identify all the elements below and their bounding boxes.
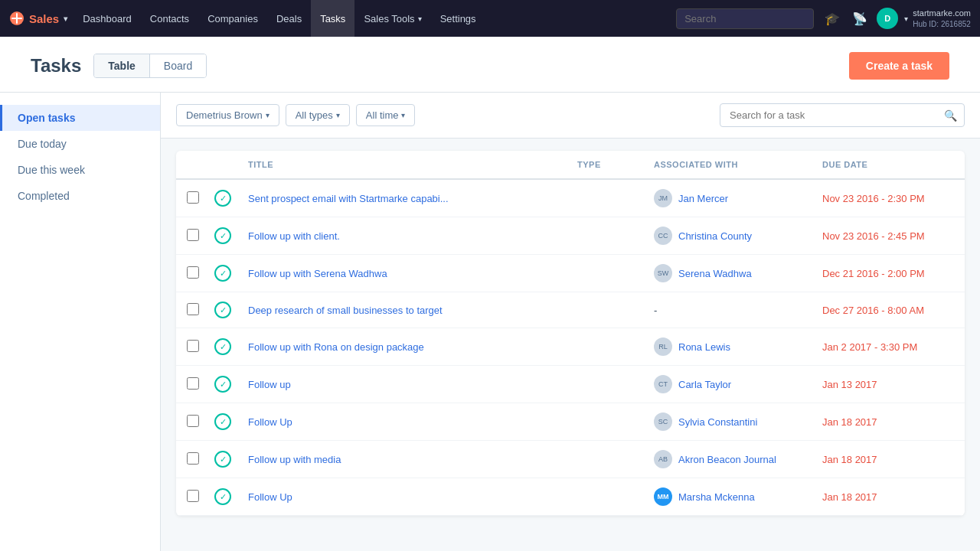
task-title-link[interactable]: Deep research of small businesses to tar… (248, 305, 443, 316)
task-status-icon[interactable]: ✓ (214, 451, 231, 468)
table-row: ✓Deep research of small businesses to ta… (176, 292, 965, 328)
tab-table[interactable]: Table (94, 54, 150, 77)
task-associated: SWSerena Wadhwa (643, 255, 812, 292)
avatar: CT (654, 375, 672, 393)
brand-logo[interactable]: Sales ▾ (9, 11, 67, 26)
task-checkbox[interactable] (187, 490, 199, 502)
profile-avatar-btn[interactable]: D (877, 8, 898, 29)
task-due-date: Nov 23 2016 - 2:30 PM (812, 179, 965, 217)
task-checkbox[interactable] (187, 303, 199, 315)
content-area: Demetrius Brown ▾ All types ▾ All time ▾… (161, 93, 980, 551)
search-task-input[interactable] (720, 103, 965, 127)
filter-type-button[interactable]: All types ▾ (286, 104, 350, 126)
top-nav: Sales ▾ Dashboard Contacts Companies Dea… (0, 0, 980, 37)
task-checkbox[interactable] (187, 191, 199, 204)
task-status-icon[interactable]: ✓ (214, 413, 231, 430)
associated-name-link[interactable]: Jan Mercer (678, 193, 728, 204)
notifications-icon[interactable]: 📡 (849, 8, 871, 29)
task-title-link[interactable]: Follow Up (248, 416, 292, 428)
task-status-icon[interactable]: ✓ (214, 302, 231, 318)
tasks-table: TITLE TYPE ASSOCIATED WITH DUE DATE ✓Sen… (176, 151, 965, 516)
task-status-icon[interactable]: ✓ (214, 265, 231, 282)
table-row: ✓Follow up with client.CCChristina Count… (176, 217, 965, 255)
sidebar-item-open-tasks[interactable]: Open tasks (0, 105, 160, 131)
task-type (567, 478, 643, 516)
sidebar-item-due-this-week[interactable]: Due this week (0, 157, 160, 183)
associated-name-link[interactable]: Marsha Mckenna (678, 491, 755, 503)
task-type (567, 179, 643, 217)
task-checkbox[interactable] (187, 377, 199, 390)
task-due-date: Jan 13 2017 (812, 366, 965, 403)
task-due-date: Dec 27 2016 - 8:00 AM (812, 292, 965, 328)
nav-profile-info[interactable]: startmarke.com Hub ID: 2616852 (913, 8, 971, 28)
task-checkbox[interactable] (187, 229, 199, 241)
task-status-icon[interactable]: ✓ (214, 227, 231, 244)
task-associated: MMMarsha Mckenna (643, 478, 812, 516)
avatar: CC (654, 227, 672, 245)
task-checkbox[interactable] (187, 266, 199, 279)
search-task-wrapper: 🔍 (720, 103, 965, 127)
table-row: ✓Follow up with Serena WadhwaSWSerena Wa… (176, 255, 965, 292)
nav-item-companies[interactable]: Companies (198, 0, 267, 37)
task-type (567, 292, 643, 328)
task-status-icon[interactable]: ✓ (214, 376, 231, 393)
nav-item-settings[interactable]: Settings (431, 0, 485, 37)
task-due-date: Jan 18 2017 (812, 403, 965, 441)
avatar: MM (654, 487, 672, 506)
task-checkbox[interactable] (187, 452, 199, 465)
tab-board[interactable]: Board (150, 54, 206, 77)
task-title-link[interactable]: Follow Up (248, 491, 292, 503)
associated-name-link[interactable]: Sylvia Constantini (678, 416, 757, 428)
col-title: TITLE (237, 151, 567, 179)
help-icon[interactable]: 🎓 (822, 8, 843, 29)
associated-name-link[interactable]: Carla Taylor (678, 379, 731, 390)
sidebar-item-due-today[interactable]: Due today (0, 131, 160, 157)
col-due-date: DUE DATE (812, 151, 965, 179)
create-task-button[interactable]: Create a task (849, 52, 949, 80)
avatar: SC (654, 412, 672, 431)
task-title-link[interactable]: Follow up with Rona on design package (248, 341, 424, 353)
associated-name-link[interactable]: Akron Beacon Journal (678, 454, 776, 465)
task-due-date: Jan 18 2017 (812, 441, 965, 478)
task-title-link[interactable]: Follow up with client. (248, 230, 340, 242)
task-type (567, 255, 643, 292)
avatar: JM (654, 189, 672, 207)
task-title-link[interactable]: Follow up (248, 379, 291, 390)
associated-name-link[interactable]: Serena Wadhwa (678, 268, 752, 279)
task-associated: SCSylvia Constantini (643, 403, 812, 441)
filter-time-button[interactable]: All time ▾ (356, 104, 416, 126)
main-body: Open tasks Due today Due this week Compl… (0, 93, 980, 551)
task-checkbox[interactable] (187, 415, 199, 427)
task-associated: RLRona Lewis (643, 328, 812, 366)
col-status (210, 151, 237, 179)
task-due-date: Jan 18 2017 (812, 478, 965, 516)
task-associated: CTCarla Taylor (643, 366, 812, 403)
avatar: AB (654, 450, 672, 468)
sidebar-item-completed[interactable]: Completed (0, 183, 160, 209)
associated-name-link[interactable]: Rona Lewis (678, 341, 730, 353)
col-type: TYPE (567, 151, 643, 179)
nav-item-deals[interactable]: Deals (267, 0, 311, 37)
task-title-link[interactable]: Sent prospect email with Startmarke capa… (248, 193, 449, 204)
view-tab-group: Table Board (93, 54, 207, 78)
task-status-icon[interactable]: ✓ (214, 338, 231, 355)
task-type (567, 366, 643, 403)
task-status-icon[interactable]: ✓ (214, 190, 231, 207)
nav-item-tasks[interactable]: Tasks (311, 0, 354, 37)
task-title-link[interactable]: Follow up with media (248, 454, 341, 465)
task-associated: - (643, 292, 812, 328)
filter-owner-button[interactable]: Demetrius Brown ▾ (176, 104, 279, 126)
nav-item-sales-tools[interactable]: Sales Tools ▾ (354, 0, 430, 37)
nav-item-contacts[interactable]: Contacts (141, 0, 198, 37)
filter-bar: Demetrius Brown ▾ All types ▾ All time ▾… (161, 93, 980, 139)
nav-search-input[interactable] (676, 8, 814, 29)
task-type (567, 403, 643, 441)
nav-item-dashboard[interactable]: Dashboard (74, 0, 141, 37)
associated-name-link[interactable]: Christina County (678, 230, 752, 242)
sales-tools-chevron-icon: ▾ (418, 15, 422, 23)
task-checkbox[interactable] (187, 340, 199, 352)
page-header: Tasks Table Board Create a task (0, 37, 980, 93)
task-title-link[interactable]: Follow up with Serena Wadhwa (248, 268, 387, 279)
table-row: ✓Follow upCTCarla TaylorJan 13 2017 (176, 366, 965, 403)
task-status-icon[interactable]: ✓ (214, 488, 231, 505)
